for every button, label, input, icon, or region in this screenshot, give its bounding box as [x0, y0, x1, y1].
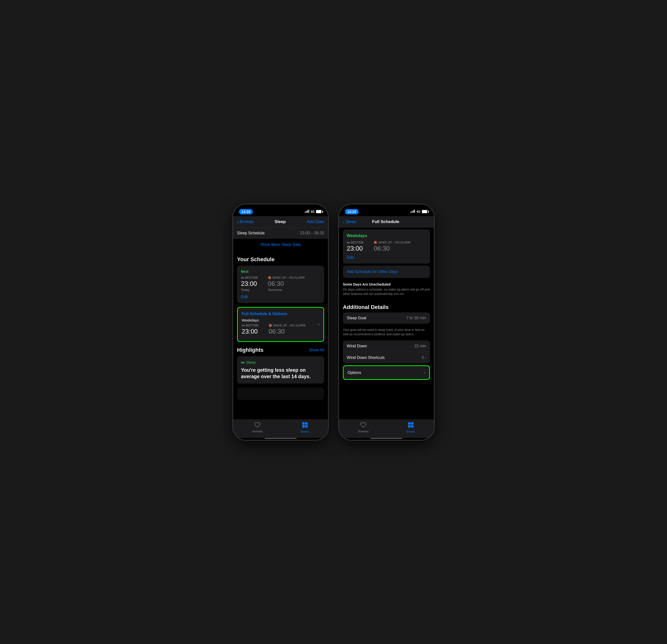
tab-browse-2[interactable]: Browse — [407, 422, 415, 433]
tab-bar-1: Summary Browse — [233, 419, 328, 438]
sleep-goal-card: Sleep Goal 7 hr 30 min — [343, 312, 430, 324]
wind-down-row[interactable]: Wind Down 15 min — [343, 340, 430, 352]
wd-bedtime-value: 23:00 — [347, 245, 364, 252]
chevron-left-icon-1: ‹ — [237, 219, 239, 225]
wind-down-shortcuts-value: 3 › — [422, 355, 426, 360]
show-all-button[interactable]: Show All — [309, 348, 324, 352]
phones-container: 14:24 4G ‹ Browse Sleep Ad — [232, 204, 435, 440]
next-card-edit-link[interactable]: Edit — [241, 295, 320, 299]
fs-wakeup-col: 🔕 WAKE UP – NO ALARM 06:30 — [269, 324, 305, 335]
add-data-button[interactable]: Add Data — [307, 219, 324, 224]
weekdays-edit-link[interactable]: Edit — [347, 255, 426, 260]
svg-rect-13 — [411, 422, 413, 425]
sleep-goal-row[interactable]: Sleep Goal 7 hr 30 min — [343, 312, 430, 324]
nav-bar-2: ‹ Sleep Full Schedule — [339, 216, 434, 227]
wind-down-card: Wind Down 15 min Wind Down Shortcuts 3 › — [343, 340, 430, 364]
highlight-card[interactable]: 🛏 Sleep You're getting less sleep on ave… — [237, 356, 324, 384]
tab-summary-label-2: Summary — [358, 430, 369, 433]
svg-rect-8 — [410, 212, 411, 213]
network-label-1: 4G — [311, 210, 314, 213]
status-time-1: 14:24 — [239, 209, 253, 214]
weekdays-schedule-card[interactable]: Weekdays 🛏 BEDTIME 23:00 🔕 — [343, 229, 430, 264]
svg-rect-9 — [412, 211, 412, 213]
highlights-heading: Highlights — [237, 347, 264, 353]
wd-bedtime-label: 🛏 BEDTIME — [347, 241, 364, 244]
sleep-schedule-label: Sleep Schedule — [237, 231, 264, 235]
weekdays-times: 🛏 BEDTIME 23:00 🔕 WAKE UP – NO ALARM 06:… — [347, 241, 426, 252]
battery-icon-2 — [422, 210, 428, 213]
full-schedule-card[interactable]: Full Schedule & Options Weekdays 🛏 BEDTI… — [237, 307, 324, 342]
wd-alarm-icon: 🔕 — [374, 241, 377, 244]
fs-wakeup-value: 06:30 — [269, 328, 305, 335]
svg-rect-0 — [305, 212, 306, 213]
tab-summary-label-1: Summary — [252, 430, 263, 433]
tab-summary-2[interactable]: Summary — [358, 422, 369, 433]
grid-icon-1 — [302, 422, 308, 430]
notch-2 — [368, 204, 405, 212]
fs-bedtime-value: 23:00 — [242, 328, 259, 335]
tab-browse-1[interactable]: Browse — [301, 422, 309, 433]
wakeup-day: Tomorrow — [268, 288, 305, 292]
sleep-schedule-row[interactable]: Sleep Schedule 23:00 – 06:30 — [233, 227, 328, 239]
fs-bedtime-label: 🛏 BEDTIME — [242, 324, 259, 327]
unscheduled-text: On days without a schedule, no wake-up a… — [343, 287, 430, 296]
additional-details-heading: Additional Details — [339, 300, 434, 312]
full-schedule-content: Full Schedule & Options Weekdays 🛏 BEDTI… — [242, 312, 318, 337]
bedtime-day: Today — [241, 288, 258, 292]
unscheduled-note: Some Days Are Unscheduled On days withou… — [339, 280, 434, 300]
sleep-goal-note: Your goal will be used to keep track of … — [339, 326, 434, 340]
back-button-1[interactable]: ‹ Browse — [237, 219, 254, 225]
sleep-schedule-value: 23:00 – 06:30 — [300, 231, 324, 235]
bedtime-label: 🛏 BEDTIME — [241, 276, 258, 279]
fs-wakeup-label: 🔕 WAKE UP – NO ALARM — [269, 324, 305, 327]
home-indicator-2 — [339, 438, 434, 440]
chevron-left-icon-2: ‹ — [343, 219, 345, 225]
nav-bar-1: ‹ Browse Sleep Add Data — [233, 216, 328, 227]
heart-icon-1 — [254, 422, 261, 429]
wind-down-shortcuts-label: Wind Down Shortcuts — [347, 355, 385, 360]
tab-summary-1[interactable]: Summary — [252, 422, 263, 433]
back-button-2[interactable]: ‹ Sleep — [343, 219, 356, 225]
wd-wakeup-col: 🔕 WAKE UP – NO ALARM 06:30 — [374, 241, 410, 252]
phone-2: 14:24 4G ‹ Sleep Full Schedule — [338, 204, 435, 440]
heart-icon-2 — [360, 422, 367, 429]
options-button[interactable]: Options › — [343, 365, 430, 380]
svg-rect-4 — [302, 422, 305, 425]
full-schedule-card-inner: Full Schedule & Options Weekdays 🛏 BEDTI… — [242, 312, 320, 337]
show-more-button[interactable]: Show More Sleep Data — [233, 239, 328, 251]
network-label-2: 4G — [417, 210, 420, 213]
fs-bedtime-col: 🛏 BEDTIME 23:00 — [242, 324, 259, 335]
wd-bed-icon: 🛏 — [347, 241, 350, 244]
notch-1 — [262, 204, 299, 212]
add-schedule-button[interactable]: Add Schedule for Other Days — [343, 265, 430, 278]
wakeup-label: 🔕 WAKE UP – NO ALARM — [268, 276, 305, 279]
sleep-goal-label: Sleep Goal — [347, 316, 366, 320]
svg-rect-15 — [411, 425, 413, 428]
sleep-icon: 🛏 — [241, 360, 245, 364]
signal-icon-2 — [410, 210, 415, 213]
shortcuts-chevron: › — [425, 355, 426, 360]
tab-browse-label-2: Browse — [407, 430, 415, 433]
svg-rect-14 — [408, 425, 410, 428]
fs-bed-icon: 🛏 — [242, 324, 245, 327]
bedtime-value: 23:00 — [241, 280, 258, 288]
options-label: Options — [347, 370, 361, 375]
svg-rect-2 — [307, 210, 308, 213]
full-schedule-chevron: › — [318, 322, 320, 327]
highlight-text: You're getting less sleep on average ove… — [241, 367, 320, 380]
wind-down-shortcuts-row[interactable]: Wind Down Shortcuts 3 › — [343, 352, 430, 364]
svg-rect-11 — [414, 210, 415, 213]
alarm-icon: 🔕 — [268, 276, 272, 279]
wind-down-value: 15 min — [414, 344, 426, 348]
weekdays-label: Weekdays — [347, 234, 426, 238]
next-card-times: 🛏 BEDTIME 23:00 Today 🔕 WAKE UP – NO ALA… — [241, 276, 320, 292]
tab-bar-2: Summary Browse — [339, 419, 434, 438]
svg-rect-6 — [302, 425, 305, 428]
status-right-2: 4G — [410, 210, 428, 213]
home-indicator-1 — [233, 438, 328, 440]
next-card-label: Next — [241, 270, 320, 274]
status-time-2: 14:24 — [345, 209, 359, 214]
your-schedule-heading: Your Schedule — [233, 255, 328, 265]
bed-icon: 🛏 — [241, 276, 244, 279]
next-schedule-card[interactable]: Next 🛏 BEDTIME 23:00 Today — [237, 265, 324, 303]
